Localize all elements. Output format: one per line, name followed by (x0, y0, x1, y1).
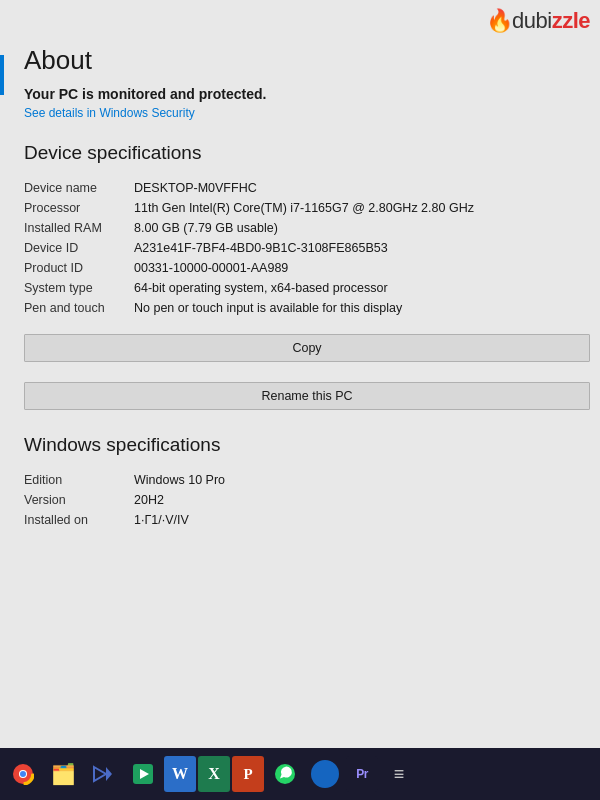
spec-label: Installed on (24, 510, 134, 530)
ppt-label: P (243, 766, 252, 783)
spec-label: Edition (24, 470, 134, 490)
rename-pc-button[interactable]: Rename this PC (24, 382, 590, 410)
taskbar-folder[interactable]: 🗂️ (44, 751, 82, 797)
device-spec-row: Device nameDESKTOP-M0VFFHC (24, 178, 590, 198)
taskbar-excel[interactable]: X (198, 756, 230, 792)
stack-icon: ≡ (394, 764, 405, 785)
svg-point-3 (20, 771, 26, 777)
taskbar-powerpoint[interactable]: P (232, 756, 264, 792)
action-buttons: Copy Rename this PC (24, 324, 590, 414)
taskbar-chrome[interactable] (4, 751, 42, 797)
spec-value: 00331-10000-00001-AA989 (134, 258, 590, 278)
word-label: W (172, 765, 188, 783)
device-spec-row: Installed RAM8.00 GB (7.79 GB usable) (24, 218, 590, 238)
taskbar-visual-studio[interactable] (84, 751, 122, 797)
spec-label: Processor (24, 198, 134, 218)
svg-marker-4 (94, 767, 106, 781)
taskbar-whatsapp[interactable] (266, 751, 304, 797)
spec-value: A231e41F-7BF4-4BD0-9B1C-3108FE865B53 (134, 238, 590, 258)
windows-spec-row: Version20H2 (24, 490, 590, 510)
flame-icon: 🔥 (486, 8, 513, 33)
spec-value: 8.00 GB (7.79 GB usable) (134, 218, 590, 238)
spec-value: 64-bit operating system, x64-based proce… (134, 278, 590, 298)
page-title: About (24, 45, 590, 76)
spec-value: Windows 10 Pro (134, 470, 590, 490)
windows-specs-title: Windows specifications (24, 434, 590, 456)
spec-label: Device ID (24, 238, 134, 258)
device-spec-table: Device nameDESKTOP-M0VFFHCProcessor11th … (24, 178, 590, 318)
security-link[interactable]: See details in Windows Security (24, 106, 590, 120)
windows-spec-row: Installed on1·Γ1/·V/IV (24, 510, 590, 530)
excel-label: X (208, 765, 220, 783)
device-spec-row: System type64-bit operating system, x64-… (24, 278, 590, 298)
taskbar: 🗂️ W X P Pr ≡ (0, 748, 600, 800)
spec-value: 20H2 (134, 490, 590, 510)
svg-marker-5 (106, 767, 112, 781)
taskbar-media[interactable] (124, 751, 162, 797)
main-content: About Your PC is monitored and protected… (24, 45, 590, 745)
watermark: 🔥dubizzle (486, 8, 590, 34)
windows-spec-row: EditionWindows 10 Pro (24, 470, 590, 490)
spec-label: Device name (24, 178, 134, 198)
taskbar-blue-circle[interactable] (306, 751, 344, 797)
device-spec-row: Processor11th Gen Intel(R) Core(TM) i7-1… (24, 198, 590, 218)
copy-button[interactable]: Copy (24, 334, 590, 362)
spec-value: 1·Γ1/·V/IV (134, 510, 590, 530)
left-accent-bar (0, 55, 4, 95)
spec-label: Pen and touch (24, 298, 134, 318)
device-spec-row: Pen and touchNo pen or touch input is av… (24, 298, 590, 318)
device-specs-title: Device specifications (24, 142, 590, 164)
device-spec-row: Device IDA231e41F-7BF4-4BD0-9B1C-3108FE8… (24, 238, 590, 258)
taskbar-premiere[interactable]: Pr (346, 756, 378, 792)
spec-value: 11th Gen Intel(R) Core(TM) i7-1165G7 @ 2… (134, 198, 590, 218)
windows-spec-table: EditionWindows 10 ProVersion20H2Installe… (24, 470, 590, 530)
spec-value: No pen or touch input is available for t… (134, 298, 590, 318)
taskbar-stack[interactable]: ≡ (380, 751, 418, 797)
taskbar-word[interactable]: W (164, 756, 196, 792)
spec-label: Installed RAM (24, 218, 134, 238)
spec-label: Version (24, 490, 134, 510)
premiere-label: Pr (356, 767, 368, 781)
spec-label: Product ID (24, 258, 134, 278)
spec-value: DESKTOP-M0VFFHC (134, 178, 590, 198)
device-spec-row: Product ID00331-10000-00001-AA989 (24, 258, 590, 278)
spec-label: System type (24, 278, 134, 298)
protected-label: Your PC is monitored and protected. (24, 86, 590, 102)
